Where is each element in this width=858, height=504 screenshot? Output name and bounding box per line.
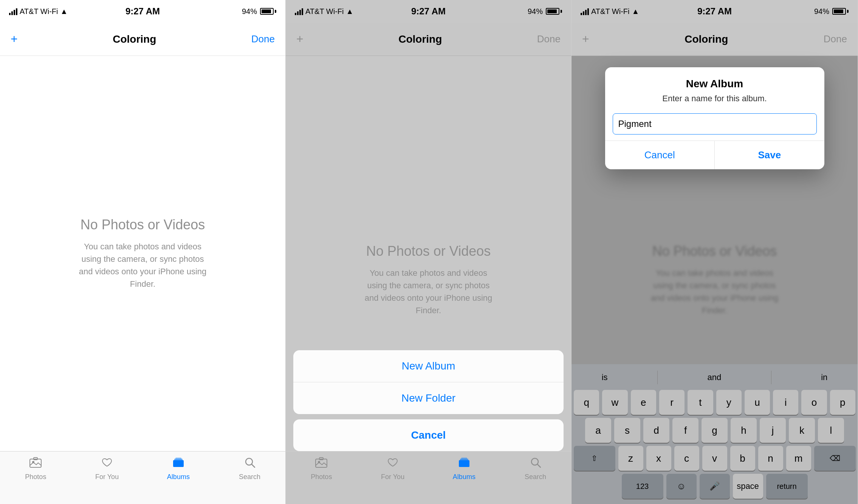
cancel-sheet-button[interactable]: Cancel: [293, 419, 564, 451]
tab-albums-label-2: Albums: [453, 473, 475, 481]
tab-bar-1: Photos For You Albums: [0, 451, 285, 504]
tab-photos-label-1: Photos: [25, 473, 46, 481]
status-left-3: AT&T Wi-Fi ▲: [581, 7, 639, 16]
signal-icon-2: [295, 8, 303, 15]
status-left-1: AT&T Wi-Fi ▲: [9, 7, 68, 16]
tab-search-1[interactable]: Search: [214, 457, 285, 481]
new-album-dialog: New Album Enter a name for this album. C…: [605, 67, 824, 169]
status-left-2: AT&T Wi-Fi ▲: [295, 7, 353, 16]
tab-foryou-1[interactable]: For You: [71, 457, 143, 481]
add-button-2[interactable]: +: [296, 32, 304, 46]
tab-search-2[interactable]: Search: [500, 457, 571, 481]
svg-rect-5: [175, 458, 181, 459]
signal-icon-1: [9, 8, 17, 15]
time-label-2: 9:27 AM: [411, 6, 446, 17]
tab-albums-1[interactable]: Albums: [143, 457, 214, 481]
dialog-subtitle: Enter a name for this album.: [616, 94, 813, 104]
photos-icon-2: [315, 457, 327, 471]
status-right-1: 94%: [242, 7, 276, 16]
phone-panel-3: AT&T Wi-Fi ▲ 9:27 AM 94% + Coloring Done…: [571, 0, 858, 504]
nav-title-3: Coloring: [685, 33, 728, 45]
new-folder-button[interactable]: New Folder: [293, 382, 564, 414]
foryou-icon-1: [101, 457, 113, 471]
action-sheet: New Album New Folder Cancel: [293, 350, 564, 451]
status-bar-2: AT&T Wi-Fi ▲ 9:27 AM 94%: [286, 0, 571, 23]
status-right-2: 94%: [528, 7, 562, 16]
tab-albums-label-1: Albums: [167, 473, 190, 481]
done-button-1[interactable]: Done: [251, 33, 275, 45]
svg-rect-13: [461, 458, 467, 459]
search-icon-2: [530, 457, 541, 471]
carrier-label-2: AT&T Wi-Fi: [305, 7, 344, 16]
dialog-overlay: New Album Enter a name for this album. C…: [571, 56, 858, 504]
dialog-buttons: Cancel Save: [605, 141, 824, 169]
svg-rect-11: [459, 460, 469, 467]
tab-foryou-2[interactable]: For You: [357, 457, 429, 481]
foryou-icon-2: [387, 457, 399, 471]
dialog-header: New Album Enter a name for this album.: [605, 67, 824, 107]
dialog-cancel-button[interactable]: Cancel: [605, 141, 715, 169]
tab-photos-label-2: Photos: [311, 473, 332, 481]
tab-search-label-1: Search: [239, 473, 260, 481]
phone-panel-1: AT&T Wi-Fi ▲ 9:27 AM 94% + Coloring Done…: [0, 0, 286, 504]
tab-photos-2[interactable]: Photos: [286, 457, 357, 481]
tab-bar-2: Photos For You Albums: [286, 451, 571, 504]
carrier-label-3: AT&T Wi-Fi: [591, 7, 629, 16]
tab-albums-2[interactable]: Albums: [429, 457, 500, 481]
dialog-save-button[interactable]: Save: [715, 141, 824, 169]
tab-photos-1[interactable]: Photos: [0, 457, 71, 481]
battery-icon-1: [260, 8, 276, 15]
svg-rect-3: [173, 460, 184, 467]
nav-title-2: Coloring: [398, 33, 442, 45]
battery-pct-1: 94%: [242, 7, 257, 16]
nav-title-1: Coloring: [113, 33, 156, 45]
carrier-label-1: AT&T Wi-Fi: [20, 7, 58, 16]
dialog-title: New Album: [616, 78, 813, 90]
wifi-icon-3: ▲: [632, 7, 639, 16]
status-right-3: 94%: [814, 7, 849, 16]
nav-bar-3: + Coloring Done: [571, 23, 858, 56]
dialog-input-row: [605, 107, 824, 141]
add-button-1[interactable]: +: [11, 32, 18, 46]
photos-icon-1: [29, 457, 42, 471]
tab-search-label-2: Search: [525, 473, 546, 481]
status-bar-1: AT&T Wi-Fi ▲ 9:27 AM 94%: [0, 0, 285, 23]
battery-pct-3: 94%: [814, 7, 829, 16]
action-cancel-group: Cancel: [293, 419, 564, 451]
add-button-3[interactable]: +: [582, 32, 589, 46]
done-button-3[interactable]: Done: [824, 33, 847, 45]
time-label-3: 9:27 AM: [697, 6, 732, 17]
tab-foryou-label-2: For You: [381, 473, 404, 481]
status-bar-3: AT&T Wi-Fi ▲ 9:27 AM 94%: [571, 0, 858, 23]
empty-subtitle-2: You can take photos and videos using the…: [364, 267, 493, 317]
battery-icon-3: [832, 8, 849, 15]
signal-icon-3: [581, 8, 589, 15]
action-group: New Album New Folder: [293, 350, 564, 414]
nav-bar-1: + Coloring Done: [0, 23, 285, 56]
empty-subtitle-1: You can take photos and videos using the…: [79, 240, 207, 290]
album-name-input[interactable]: [613, 113, 817, 135]
done-button-2[interactable]: Done: [537, 33, 561, 45]
albums-icon-1: [172, 457, 184, 471]
main-content-1: No Photos or Videos You can take photos …: [0, 56, 285, 451]
wifi-icon-1: ▲: [60, 7, 68, 16]
nav-bar-2: + Coloring Done: [286, 23, 571, 56]
time-label-1: 9:27 AM: [125, 6, 160, 17]
search-icon-1: [245, 457, 255, 471]
battery-pct-2: 94%: [528, 7, 543, 16]
empty-title-1: No Photos or Videos: [81, 217, 205, 233]
phone-panel-2: AT&T Wi-Fi ▲ 9:27 AM 94% + Coloring Done…: [286, 0, 571, 504]
tab-foryou-label-1: For You: [95, 473, 119, 481]
wifi-icon-2: ▲: [346, 7, 353, 16]
svg-rect-8: [316, 459, 327, 467]
svg-line-15: [537, 464, 541, 467]
new-album-button[interactable]: New Album: [293, 350, 564, 382]
svg-line-7: [252, 464, 255, 467]
albums-icon-2: [458, 457, 470, 471]
svg-rect-0: [30, 459, 41, 467]
battery-icon-2: [546, 8, 562, 15]
empty-title-2: No Photos or Videos: [366, 243, 491, 259]
